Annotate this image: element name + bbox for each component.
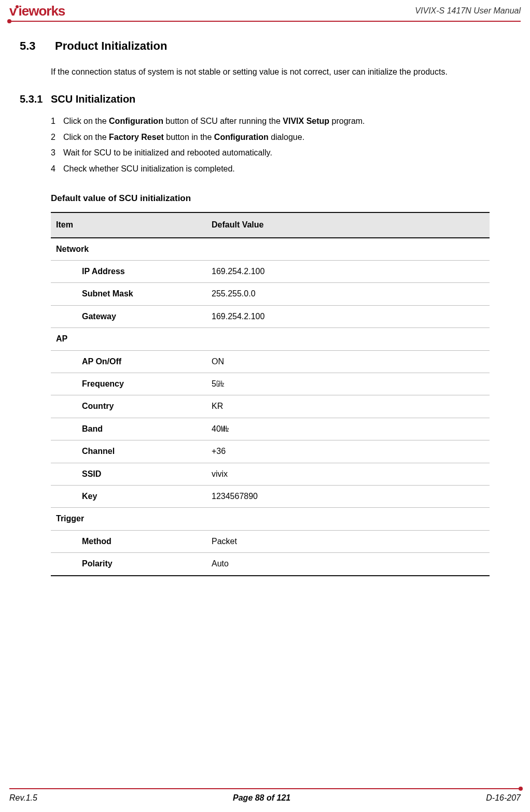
revision-label: Rev.1.5 — [9, 793, 37, 803]
col-item: Item — [51, 212, 206, 237]
footer-row: Rev.1.5 Page 88 of 121 D-16-207 — [9, 793, 521, 803]
list-item: 1 Click on the Configuration button of S… — [51, 113, 490, 129]
section-heading: 5.3 Product Initialization — [20, 39, 490, 53]
col-value: Default Value — [206, 212, 490, 237]
footer-rule — [9, 788, 521, 789]
document-number: D-16-207 — [486, 793, 521, 803]
table-row: Subnet Mask255.255.0.0 — [51, 283, 490, 305]
list-item: 3 Wait for SCU to be initialized and reb… — [51, 145, 490, 161]
table-block: Default value of SCU initialization Item… — [51, 190, 490, 576]
step-text: Click on the Configuration button of SCU… — [63, 113, 365, 129]
table-row: Band40㎒ — [51, 418, 490, 440]
table-group: AP — [51, 328, 490, 350]
step-text: Click on the Factory Reset button in the… — [63, 130, 304, 145]
step-text: Check whether SCU initialization is comp… — [63, 161, 235, 177]
table-row: Key1234567890 — [51, 485, 490, 507]
document-title: VIVIX-S 1417N User Manual — [415, 6, 521, 16]
page-footer: Rev.1.5 Page 88 of 121 D-16-207 — [9, 788, 521, 803]
table-row: CountryKR — [51, 395, 490, 418]
table-row: MethodPacket — [51, 530, 490, 552]
step-number: 1 — [51, 113, 59, 129]
table-group: Network — [51, 238, 490, 261]
table-group: Trigger — [51, 508, 490, 530]
table-row: SSIDvivix — [51, 463, 490, 485]
table-row: Channel+36 — [51, 440, 490, 463]
section-title: Product Initialization — [55, 39, 167, 53]
table-header-row: Item Default Value — [51, 212, 490, 237]
table-row: PolarityAuto — [51, 553, 490, 576]
subsection-title: SCU Initialization — [51, 93, 135, 105]
page-content: 5.3 Product Initialization If the connec… — [9, 24, 521, 576]
table-title: Default value of SCU initialization — [51, 190, 490, 207]
table-row: Gateway169.254.2.100 — [51, 305, 490, 327]
steps-list: 1 Click on the Configuration button of S… — [51, 113, 490, 177]
page-number: Page 88 of 121 — [233, 793, 290, 803]
section-intro: If the connection status of system is no… — [51, 64, 490, 80]
header-rule — [9, 21, 521, 22]
list-item: 4 Check whether SCU initialization is co… — [51, 161, 490, 177]
list-item: 2 Click on the Factory Reset button in t… — [51, 130, 490, 145]
step-number: 3 — [51, 145, 59, 161]
table-row: IP Address169.254.2.100 — [51, 261, 490, 283]
section-number: 5.3 — [20, 39, 43, 53]
step-number: 4 — [51, 161, 59, 177]
defaults-table: Item Default Value Network IP Address169… — [51, 212, 490, 576]
subsection-heading: 5.3.1 SCU Initialization — [20, 93, 490, 105]
table-row: AP On/OffON — [51, 350, 490, 373]
logo: vieworks — [9, 3, 65, 19]
step-text: Wait for SCU to be initialized and reboo… — [63, 145, 272, 161]
page-header: vieworks VIVIX-S 1417N User Manual — [9, 5, 521, 24]
step-number: 2 — [51, 130, 59, 145]
table-row: Frequency5㎓ — [51, 373, 490, 395]
subsection-number: 5.3.1 — [20, 93, 46, 105]
